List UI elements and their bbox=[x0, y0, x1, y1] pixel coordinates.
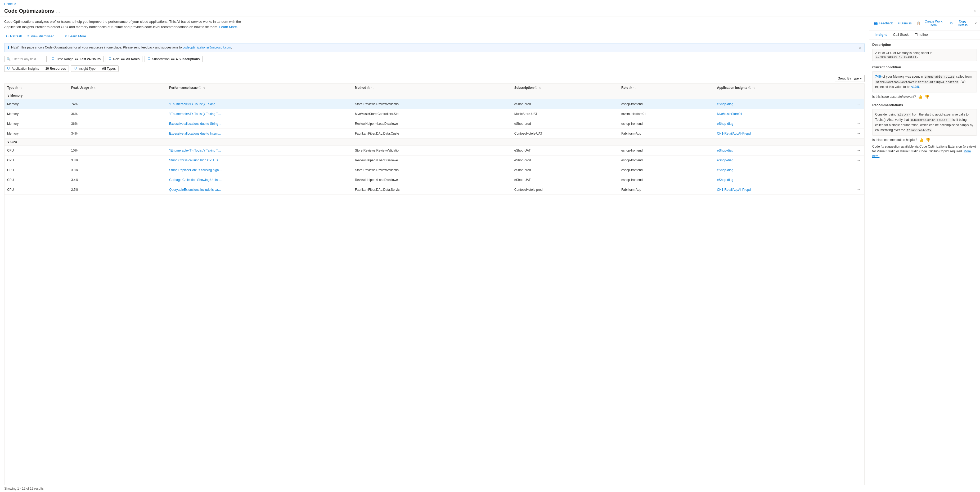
tab-timeline[interactable]: Timeline bbox=[912, 30, 931, 39]
cell-appinsights[interactable]: CH1-RetailAppAI-Prepd bbox=[714, 185, 853, 195]
more-options-button[interactable]: ··· bbox=[855, 101, 862, 107]
app-insights-value: 10 Resources bbox=[45, 67, 66, 70]
cell-appinsights[interactable]: eShop-diag bbox=[714, 165, 853, 175]
more-options-button[interactable]: ··· bbox=[855, 148, 862, 153]
learn-more-button[interactable]: ↗ Learn More bbox=[62, 33, 88, 39]
rec-thumbdown-button[interactable]: 👎 bbox=[926, 138, 930, 142]
issue-thumbup-button[interactable]: 👍 bbox=[918, 94, 923, 99]
close-button[interactable]: × bbox=[974, 9, 976, 13]
cell-issue[interactable]: 'IEnumerable<T>.ToList()' Taking Too M bbox=[167, 109, 352, 119]
right-panel-close-button[interactable]: × bbox=[975, 21, 977, 26]
app-insights-filter[interactable]: ⛉ Application Insights == 10 Resources bbox=[4, 65, 69, 72]
more-options-button[interactable]: ··· bbox=[855, 167, 862, 173]
copy-details-button[interactable]: ⧉ Copy Details bbox=[949, 19, 973, 28]
insight-type-value: All Types bbox=[102, 67, 116, 70]
cell-issue[interactable]: 'IEnumerable<T>.ToList()' Taking Too M bbox=[167, 146, 352, 155]
sort-icon-sub[interactable]: ↑↓ bbox=[539, 86, 541, 89]
table-row[interactable]: CPU 3.8% String.Ctor is causing high CPU… bbox=[5, 155, 864, 165]
memory-group-header[interactable]: ∨ Memory bbox=[5, 92, 864, 99]
cell-type: CPU bbox=[5, 155, 68, 165]
view-dismissed-icon: ≡ bbox=[27, 34, 30, 38]
sort-icon-ai[interactable]: ↑↓ bbox=[752, 86, 755, 89]
col-role[interactable]: Role ⓘ ↑↓ bbox=[619, 84, 714, 92]
cpu-collapse-icon: ∨ bbox=[7, 140, 10, 144]
issue-thumbdown-button[interactable]: 👎 bbox=[925, 94, 929, 99]
more-options-button[interactable]: ··· bbox=[855, 111, 862, 117]
header-ellipsis[interactable]: ... bbox=[56, 8, 60, 14]
condition-expected: <13%. bbox=[911, 85, 920, 89]
more-options-button[interactable]: ··· bbox=[855, 131, 862, 136]
cell-appinsights[interactable]: CH1-RetailAppAI-Prepd bbox=[714, 129, 853, 139]
cell-issue[interactable]: Excessive allocations due to InternalSet bbox=[167, 129, 352, 139]
col-subscription[interactable]: Subscription ⓘ ↑↓ bbox=[512, 84, 619, 92]
view-dismissed-button[interactable]: ≡ View dismissed bbox=[26, 33, 56, 39]
more-options-button[interactable]: ··· bbox=[855, 157, 862, 163]
insight-type-filter[interactable]: ⛉ Insight Type == All Types bbox=[71, 65, 119, 72]
cell-issue[interactable]: Excessive allocations due to String.Ctor bbox=[167, 119, 352, 129]
dismiss-label: Dismiss bbox=[900, 21, 912, 25]
create-work-item-button[interactable]: 📋 Create Work Item bbox=[915, 19, 947, 28]
cell-appinsights[interactable]: eShop-diag bbox=[714, 175, 853, 185]
cell-issue[interactable]: String.ReplaceCore is causing high CPL bbox=[167, 165, 352, 175]
cell-issue[interactable]: QueryableExtensions.Include is causing bbox=[167, 185, 352, 195]
table-row[interactable]: Memory 74% 'IEnumerable<T>.ToList()' Tak… bbox=[5, 99, 864, 109]
table-row[interactable]: CPU 3.4% Garbage Collection Showing Up i… bbox=[5, 175, 864, 185]
subscription-filter[interactable]: ⛉ Subscription == 4 Subscriptions bbox=[145, 56, 202, 62]
table-row[interactable]: Memory 36% Excessive allocations due to … bbox=[5, 119, 864, 129]
cell-appinsights[interactable]: eShop-diag bbox=[714, 119, 853, 129]
sort-icon-type[interactable]: ↑↓ bbox=[19, 86, 22, 89]
col-performance-issue[interactable]: Performance Issue ⓘ ↑↓ bbox=[167, 84, 352, 92]
condition-text1: of your Memory was spent in bbox=[882, 75, 924, 78]
table-row[interactable]: Memory 34% Excessive allocations due to … bbox=[5, 129, 864, 139]
dismiss-button[interactable]: ≡ Dismiss bbox=[896, 21, 913, 26]
cell-appinsights[interactable]: eShop-diag bbox=[714, 99, 853, 109]
col-method[interactable]: Method ⓘ ↑↓ bbox=[352, 84, 512, 92]
col-type-label: Type bbox=[7, 86, 14, 89]
cell-issue[interactable]: 'IEnumerable<T>.ToList()' Taking Too M bbox=[167, 99, 352, 109]
refresh-button[interactable]: ↻ Refresh bbox=[4, 33, 24, 39]
role-filter[interactable]: ⛉ Role == All Roles bbox=[106, 56, 142, 62]
issue-link: String.ReplaceCore is causing high CPL bbox=[169, 168, 222, 172]
tab-insight[interactable]: Insight bbox=[872, 30, 890, 39]
cell-appinsights[interactable]: eShop-diag bbox=[714, 146, 853, 155]
table-row[interactable]: CPU 10% 'IEnumerable<T>.ToList()' Taking… bbox=[5, 146, 864, 155]
col-perf-label: Performance Issue bbox=[169, 86, 197, 89]
refresh-label: Refresh bbox=[10, 34, 22, 38]
col-peak-usage[interactable]: Peak Usage ⓘ ↑↓ bbox=[68, 84, 167, 92]
banner-close-button[interactable]: × bbox=[859, 46, 861, 50]
table-row[interactable]: CPU 3.8% String.ReplaceCore is causing h… bbox=[5, 165, 864, 175]
banner-email-link[interactable]: codeoptimizations@microsoft.com bbox=[183, 46, 231, 49]
feedback-button[interactable]: 👥 Feedback bbox=[872, 21, 894, 26]
more-options-button[interactable]: ··· bbox=[855, 177, 862, 183]
group-by-button[interactable]: Group By Type ▾ bbox=[835, 75, 865, 82]
time-range-filter[interactable]: ⛉ Time Range == Last 24 Hours bbox=[49, 56, 103, 62]
description-learn-more-link[interactable]: Learn More. bbox=[219, 25, 238, 29]
filter-search-input[interactable]: 🔍 Filter for any field... bbox=[4, 56, 46, 62]
dismiss-icon: ≡ bbox=[898, 21, 899, 25]
col-app-insights[interactable]: Application Insights ⓘ ↑↓ bbox=[714, 84, 853, 92]
cell-issue[interactable]: Garbage Collection Showing Up in CPL bbox=[167, 175, 352, 185]
tab-call-stack[interactable]: Call Stack bbox=[890, 30, 912, 39]
breadcrumb-home[interactable]: Home bbox=[4, 2, 13, 6]
col-method-label: Method bbox=[355, 86, 366, 89]
cell-issue[interactable]: String.Ctor is causing high CPU usage bbox=[167, 155, 352, 165]
col-peak-usage-label: Peak Usage bbox=[71, 86, 89, 89]
sort-icon-perf[interactable]: ↑↓ bbox=[202, 86, 205, 89]
sort-icon-peak[interactable]: ↑↓ bbox=[94, 86, 97, 89]
table-row[interactable]: CPU 2.5% QueryableExtensions.Include is … bbox=[5, 185, 864, 195]
sort-icon-role[interactable]: ↑↓ bbox=[633, 86, 636, 89]
cpu-group-header[interactable]: ∨ CPU bbox=[5, 139, 864, 146]
cell-type: CPU bbox=[5, 175, 68, 185]
description-code: IEnumerable<T>.ToList() bbox=[875, 55, 917, 59]
table-row[interactable]: Memory 36% 'IEnumerable<T>.ToList()' Tak… bbox=[5, 109, 864, 119]
col-type[interactable]: Type ⓘ ↑↓ bbox=[5, 84, 68, 92]
rec-code1: List<T> bbox=[897, 113, 911, 117]
cell-subscription: eShop-prod bbox=[512, 119, 619, 129]
cell-method: Store.Reviews.ReviewValidatio bbox=[352, 146, 512, 155]
more-options-button[interactable]: ··· bbox=[855, 121, 862, 127]
cell-appinsights[interactable]: MvcMusicStore01 bbox=[714, 109, 853, 119]
rec-thumbup-button[interactable]: 👍 bbox=[919, 138, 924, 142]
cell-appinsights[interactable]: eShop-diag bbox=[714, 155, 853, 165]
sort-icon-method[interactable]: ↑↓ bbox=[371, 86, 374, 89]
more-options-button[interactable]: ··· bbox=[855, 187, 862, 193]
